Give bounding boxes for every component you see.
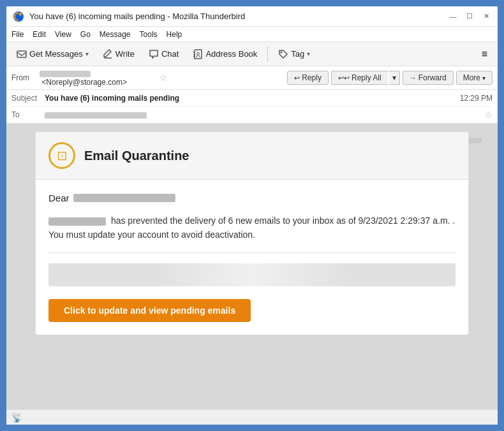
title-bar-controls: — ☐ ✕	[448, 11, 491, 22]
dear-prefix: Dear	[48, 193, 70, 203]
quarantine-icon-symbol: ⊡	[57, 148, 68, 163]
subject-label: Subject	[11, 94, 45, 103]
from-label: From	[11, 73, 36, 82]
reply-all-icon: ↩↩	[338, 74, 350, 82]
svg-point-1	[19, 12, 22, 15]
to-star-icon[interactable]: ☆	[484, 110, 493, 120]
more-arrow-icon: ▾	[482, 75, 485, 82]
body-text: has prevented the delivery of 6 new emai…	[48, 214, 456, 242]
tag-button[interactable]: Tag ▾	[273, 47, 315, 62]
menu-message[interactable]: Message	[100, 30, 131, 39]
body-text-content: has prevented the delivery of 6 new emai…	[48, 216, 455, 240]
forward-icon: →	[410, 74, 417, 82]
email-divider	[48, 252, 456, 253]
subject-row: Subject You have (6) incoming mails pend…	[11, 90, 493, 106]
tag-arrow[interactable]: ▾	[307, 50, 310, 57]
address-book-icon	[193, 49, 203, 59]
forward-button[interactable]: → Forward	[403, 71, 454, 85]
write-icon	[103, 49, 113, 59]
hamburger-button[interactable]: ≡	[477, 46, 493, 62]
to-label: To	[11, 110, 45, 119]
email-body: Dear has prevented the delivery of 6 new…	[36, 180, 468, 335]
email-card-header: ⊡ Email Quarantine	[36, 132, 468, 180]
svg-point-4	[197, 52, 200, 55]
maximize-button[interactable]: ☐	[464, 11, 475, 22]
tag-label: Tag	[291, 49, 304, 59]
address-book-button[interactable]: Address Book	[188, 47, 262, 62]
menu-go[interactable]: Go	[80, 30, 91, 39]
app-window: You have (6) incoming mails pending - Mo…	[5, 5, 499, 426]
get-messages-arrow[interactable]: ▾	[85, 50, 89, 57]
toolbar-divider	[267, 47, 268, 62]
get-messages-label: Get Messages	[29, 49, 83, 59]
address-book-label: Address Book	[205, 49, 257, 59]
reply-button[interactable]: ↩ Reply	[287, 71, 329, 85]
write-button[interactable]: Write	[98, 47, 140, 62]
menu-view[interactable]: View	[55, 30, 71, 39]
dear-line: Dear	[48, 193, 456, 203]
subject-value: You have (6) incoming mails pending	[45, 94, 460, 103]
title-bar: You have (6) incoming mails pending - Mo…	[6, 6, 498, 27]
content-area[interactable]: OT ⊡ Email Quarantine Dear has prevented…	[6, 124, 498, 409]
action-bar: From <Noreply@storage.com> ☆ ↩ Reply ↩↩ …	[6, 66, 498, 90]
more-label: More	[463, 73, 480, 82]
write-label: Write	[115, 49, 135, 59]
menu-help[interactable]: Help	[167, 30, 182, 39]
title-bar-left: You have (6) incoming mails pending - Mo…	[13, 11, 245, 22]
get-messages-button[interactable]: Get Messages ▾	[11, 47, 94, 62]
more-button[interactable]: More ▾	[456, 71, 493, 85]
cta-button[interactable]: Click to update and view pending emails	[48, 299, 251, 322]
menu-tools[interactable]: Tools	[140, 30, 158, 39]
thunderbird-icon	[13, 11, 24, 22]
more-group: More ▾	[455, 71, 493, 85]
header-rows: Subject You have (6) incoming mails pend…	[6, 90, 498, 124]
window-title: You have (6) incoming mails pending - Mo…	[29, 11, 245, 21]
reply-all-label: Reply All	[352, 73, 382, 82]
tag-icon	[278, 49, 288, 59]
menu-edit[interactable]: Edit	[33, 30, 46, 39]
to-value	[45, 110, 480, 119]
from-email: <Noreply@storage.com>	[41, 78, 127, 87]
menu-bar: File Edit View Go Message Tools Help	[6, 27, 498, 42]
email-card: ⊡ Email Quarantine Dear has prevented th…	[35, 131, 469, 335]
reply-all-button[interactable]: ↩↩ Reply All	[331, 71, 388, 85]
forward-label: Forward	[419, 73, 447, 82]
reply-all-group: ↩↩ Reply All ▾	[330, 71, 400, 85]
from-star-icon[interactable]: ☆	[159, 73, 168, 83]
close-button[interactable]: ✕	[481, 11, 491, 22]
dear-name-redacted	[73, 194, 175, 202]
from-value: <Noreply@storage.com>	[40, 69, 156, 87]
blurred-section	[48, 263, 456, 286]
wifi-icon: 📡	[11, 413, 22, 423]
sender-name-redacted	[48, 217, 106, 226]
minimize-button[interactable]: —	[448, 11, 458, 22]
from-name-redacted	[40, 71, 91, 77]
menu-file[interactable]: File	[11, 30, 24, 39]
reply-arrow-icon: ↩	[294, 74, 300, 82]
svg-rect-2	[17, 51, 26, 57]
reply-all-dropdown[interactable]: ▾	[389, 71, 400, 85]
svg-point-5	[281, 51, 283, 53]
email-header-title: Email Quarantine	[84, 149, 189, 163]
main-toolbar: Get Messages ▾ Write Chat Address Book	[6, 42, 498, 66]
svg-rect-3	[195, 50, 202, 59]
chat-label: Chat	[161, 49, 179, 59]
chat-button[interactable]: Chat	[144, 47, 184, 62]
to-redacted	[45, 112, 147, 119]
chat-icon	[149, 49, 159, 59]
quarantine-icon: ⊡	[48, 142, 75, 169]
to-row: To ☆	[11, 106, 493, 123]
reply-label: Reply	[302, 73, 322, 82]
email-time: 12:29 PM	[460, 94, 493, 103]
status-bar: 📡	[6, 409, 498, 425]
get-messages-icon	[17, 49, 27, 59]
